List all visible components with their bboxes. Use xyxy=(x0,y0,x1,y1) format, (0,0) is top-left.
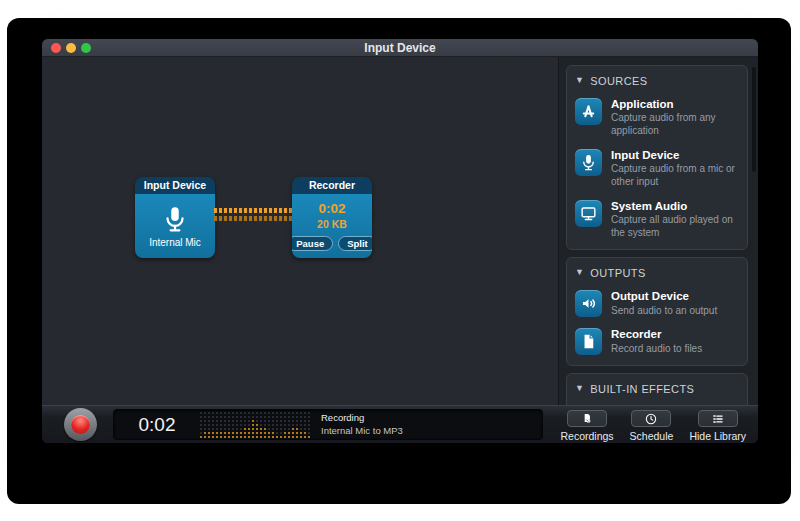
schedule-icon xyxy=(644,412,658,426)
speaker-icon xyxy=(575,290,602,317)
microphone-icon xyxy=(579,153,598,172)
screenshot-stage: Input Device Input Device Internal Mic R… xyxy=(0,0,800,521)
library-item-title: Application xyxy=(611,98,739,111)
bottom-control-bar: 0:02 Recording Internal Mic to MP3 Recor… xyxy=(42,405,758,443)
connection-pipe xyxy=(214,208,292,221)
library-item[interactable]: Input Device Capture audio from a mic or… xyxy=(575,149,739,189)
recordings-icon xyxy=(580,412,594,426)
library-item-description: Send audio to an output xyxy=(611,305,717,318)
display-icon xyxy=(579,204,598,223)
recordings-icon xyxy=(580,412,594,426)
hide-library-icon xyxy=(711,412,725,426)
sidebar-section: ▼ BUILT-IN EFFECTS 10 Band EQ Fine-tune … xyxy=(566,373,748,405)
document-icon xyxy=(579,332,598,351)
document-icon xyxy=(575,328,602,355)
title-bar: Input Device xyxy=(42,39,758,57)
sidebar-scrollbar[interactable] xyxy=(752,67,756,172)
library-item[interactable]: System Audio Capture all audio played on… xyxy=(575,200,739,240)
elapsed-time: 0:02 xyxy=(114,414,200,436)
schedule-icon xyxy=(644,412,658,426)
record-button[interactable] xyxy=(64,408,97,441)
library-item-title: System Audio xyxy=(611,200,739,213)
window-title: Input Device xyxy=(42,41,758,55)
section-header[interactable]: ▼ BUILT-IN EFFECTS xyxy=(575,383,739,395)
library-item-title: Output Device xyxy=(611,290,717,303)
recorder-file-size: 20 KB xyxy=(317,218,347,230)
sidebar-section: ▼ SOURCES Application Capture audio from… xyxy=(566,65,748,250)
pipeline-canvas[interactable]: Input Device Internal Mic Recorder 0:02 … xyxy=(42,57,558,405)
chevron-down-icon: ▼ xyxy=(575,267,584,277)
library-item-title: Input Device xyxy=(611,149,739,162)
split-button[interactable]: Split xyxy=(338,236,372,252)
microphone-icon xyxy=(160,204,190,234)
section-title: OUTPUTS xyxy=(590,267,645,279)
library-item-description: Capture audio from a mic or other input xyxy=(611,163,739,189)
status-line-1: Recording xyxy=(321,412,403,424)
recorder-block[interactable]: Recorder 0:02 20 KB Pause Split xyxy=(292,177,372,258)
library-bar-button-label: Recordings xyxy=(560,430,613,442)
library-item-description: Record audio to files xyxy=(611,343,702,356)
sidebar-section: ▼ OUTPUTS Output Device Send audio to an… xyxy=(566,257,748,366)
input-device-block[interactable]: Input Device Internal Mic xyxy=(135,177,215,258)
section-header[interactable]: ▼ SOURCES xyxy=(575,75,739,87)
recorder-elapsed-time: 0:02 xyxy=(318,201,345,216)
application-icon xyxy=(575,98,602,125)
application-icon xyxy=(579,102,598,121)
library-item-description: Capture all audio played on the system xyxy=(611,214,739,240)
recordings-button[interactable]: Recordings xyxy=(560,410,613,442)
schedule-button[interactable]: Schedule xyxy=(630,410,674,442)
section-header[interactable]: ▼ OUTPUTS xyxy=(575,267,739,279)
display-icon xyxy=(575,200,602,227)
chevron-down-icon: ▼ xyxy=(575,75,584,85)
section-title: SOURCES xyxy=(590,75,647,87)
library-item-description: Capture audio from any application xyxy=(611,112,739,138)
library-item[interactable]: Recorder Record audio to files xyxy=(575,328,739,355)
microphone-icon xyxy=(575,149,602,176)
library-bar-button-label: Hide Library xyxy=(689,430,746,442)
section-title: BUILT-IN EFFECTS xyxy=(590,383,694,395)
status-line-2: Internal Mic to MP3 xyxy=(321,425,403,437)
pipe-dashes-top xyxy=(214,208,292,213)
input-device-label: Internal Mic xyxy=(149,237,201,248)
chevron-down-icon: ▼ xyxy=(575,383,584,393)
library-bar-button-label: Schedule xyxy=(630,430,674,442)
hide-library-icon xyxy=(711,412,725,426)
speaker-icon xyxy=(579,294,598,313)
block-title: Input Device xyxy=(135,177,215,194)
block-title: Recorder xyxy=(292,177,372,194)
recording-status-display: 0:02 Recording Internal Mic to MP3 xyxy=(113,409,543,440)
pause-button[interactable]: Pause xyxy=(292,236,333,252)
microphone-icon xyxy=(160,204,190,234)
app-window: Input Device Input Device Internal Mic R… xyxy=(42,39,758,443)
record-dot xyxy=(71,415,90,434)
hide-library-button[interactable]: Hide Library xyxy=(689,410,746,442)
pipe-dashes-bottom xyxy=(214,216,292,221)
library-sidebar: ▼ SOURCES Application Capture audio from… xyxy=(558,57,758,405)
level-meter xyxy=(200,412,310,438)
library-item[interactable]: Output Device Send audio to an output xyxy=(575,290,739,317)
library-item-title: Recorder xyxy=(611,328,702,341)
library-item[interactable]: Application Capture audio from any appli… xyxy=(575,98,739,138)
